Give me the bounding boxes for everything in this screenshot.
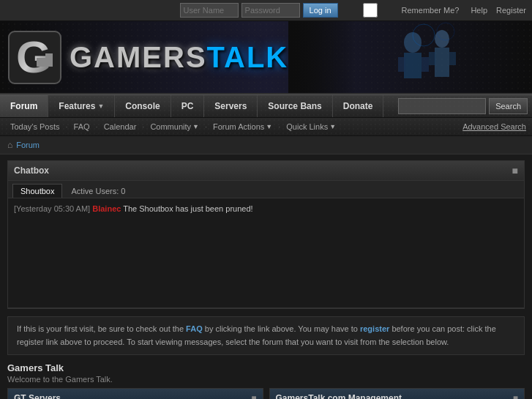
svg-rect-12	[288, 21, 457, 94]
password-input[interactable]	[241, 3, 300, 18]
gt-management-collapse-button[interactable]: ■	[513, 393, 518, 399]
chatbox-body: [Yesterday 05:30 AM] Blainec The Shoutbo…	[8, 198, 524, 308]
gt-management-header: GamersTalk.com Management ■	[270, 389, 525, 399]
svg-point-4	[404, 32, 422, 53]
gamers-talk-title: Gamers Talk	[7, 362, 525, 373]
chat-timestamp: [Yesterday 05:30 AM]	[14, 204, 90, 213]
svg-rect-5	[404, 53, 422, 78]
nav-servers[interactable]: Servers	[204, 95, 258, 117]
sub-nav-faq[interactable]: FAQ	[70, 121, 94, 133]
features-dropdown-arrow: ▼	[97, 102, 104, 110]
svg-rect-9	[435, 48, 449, 77]
nav-source-bans[interactable]: Source Bans	[258, 95, 332, 117]
nav-pc[interactable]: PC	[171, 95, 205, 117]
svg-rect-6	[398, 57, 405, 72]
nav-console[interactable]: Console	[115, 95, 171, 117]
sub-nav-forum-actions[interactable]: Forum Actions ▼	[209, 121, 277, 133]
register-info-link[interactable]: register	[360, 324, 389, 333]
help-link[interactable]: Help	[471, 6, 487, 15]
active-users-count: 0	[121, 187, 125, 195]
quick-links-dropdown-arrow: ▼	[329, 123, 336, 130]
community-dropdown-arrow: ▼	[192, 123, 199, 130]
remember-me-label: Remember Me?	[341, 3, 460, 18]
chatbox-collapse-button[interactable]: ■	[512, 165, 518, 176]
shoutbox-tab[interactable]: Shoutbox	[12, 184, 62, 198]
svg-rect-10	[429, 52, 435, 65]
search-form: Search	[398, 98, 532, 114]
header-logo: G GAMERSTALK	[0, 30, 288, 85]
svg-rect-3	[45, 53, 53, 67]
svg-point-14	[437, 23, 454, 40]
gamers-talk-section: Gamers Talk Welcome to the Gamers Talk.	[7, 362, 525, 384]
chat-username[interactable]: Blainec	[92, 204, 121, 213]
gt-servers-collapse-button[interactable]: ■	[251, 393, 256, 399]
svg-point-8	[435, 30, 449, 48]
register-link[interactable]: Register	[496, 6, 526, 15]
svg-point-13	[413, 24, 435, 46]
login-bar: Log in Remember Me? Help Register	[0, 0, 532, 21]
chatbox-title: Chatbox	[14, 165, 49, 176]
gt-servers-section: GT Servers ■	[7, 388, 263, 399]
advanced-search-link[interactable]: Advanced Search	[462, 122, 526, 131]
login-button[interactable]: Log in	[303, 3, 338, 18]
chatbox-tabs: Shoutbox Active Users: 0	[8, 181, 524, 198]
forum-sections-grid: GT Servers ■ GamersTalk.com Management ■	[7, 388, 525, 399]
gt-servers-header: GT Servers ■	[8, 389, 263, 399]
home-icon: ⌂	[7, 140, 12, 150]
chatbox: Chatbox ■ Shoutbox Active Users: 0 [Yest…	[7, 160, 525, 309]
remember-me-checkbox[interactable]	[341, 3, 400, 18]
g-logo-icon: G	[7, 30, 62, 85]
info-box: If this is your first visit, be sure to …	[7, 316, 525, 355]
gt-management-section: GamersTalk.com Management ■	[269, 388, 525, 399]
username-input[interactable]	[180, 3, 239, 18]
header-background-art	[288, 21, 457, 94]
sub-nav-calendar[interactable]: Calendar	[100, 121, 141, 133]
breadcrumb-forum-link[interactable]: Forum	[16, 141, 40, 149]
sub-nav-todays-posts[interactable]: Today's Posts	[6, 121, 64, 133]
gt-management-title: GamersTalk.com Management	[276, 393, 402, 399]
nav-forum[interactable]: Forum	[0, 95, 48, 117]
forum-actions-dropdown-arrow: ▼	[266, 123, 272, 130]
sub-nav-quick-links[interactable]: Quick Links ▼	[282, 121, 340, 133]
gamers-talk-subtitle: Welcome to the Gamers Talk.	[7, 375, 525, 384]
sub-navigation: Today's Posts · FAQ · Calendar · Communi…	[0, 118, 532, 136]
gt-servers-title: GT Servers	[14, 393, 61, 399]
search-input[interactable]	[398, 98, 486, 114]
main-content: Chatbox ■ Shoutbox Active Users: 0 [Yest…	[0, 154, 532, 399]
svg-rect-7	[422, 57, 429, 72]
active-users-indicator: Active Users: 0	[71, 187, 125, 195]
chatbox-header: Chatbox ■	[8, 161, 524, 181]
nav-features[interactable]: Features ▼	[48, 95, 115, 117]
chat-text: The Shoutbox has just been pruned!	[123, 204, 252, 213]
svg-rect-11	[449, 52, 456, 65]
search-button[interactable]: Search	[489, 98, 528, 114]
breadcrumb: ⌂ Forum	[0, 136, 532, 154]
site-title: GAMERSTALK	[70, 41, 288, 74]
main-navigation: Forum Features ▼ Console PC Servers Sour…	[0, 94, 532, 118]
site-header: G GAMERSTALK	[0, 21, 532, 94]
chat-message: [Yesterday 05:30 AM] Blainec The Shoutbo…	[14, 203, 518, 216]
nav-donate[interactable]: Donate	[333, 95, 384, 117]
sub-nav-community[interactable]: Community ▼	[146, 121, 203, 133]
faq-link[interactable]: FAQ	[186, 324, 203, 333]
